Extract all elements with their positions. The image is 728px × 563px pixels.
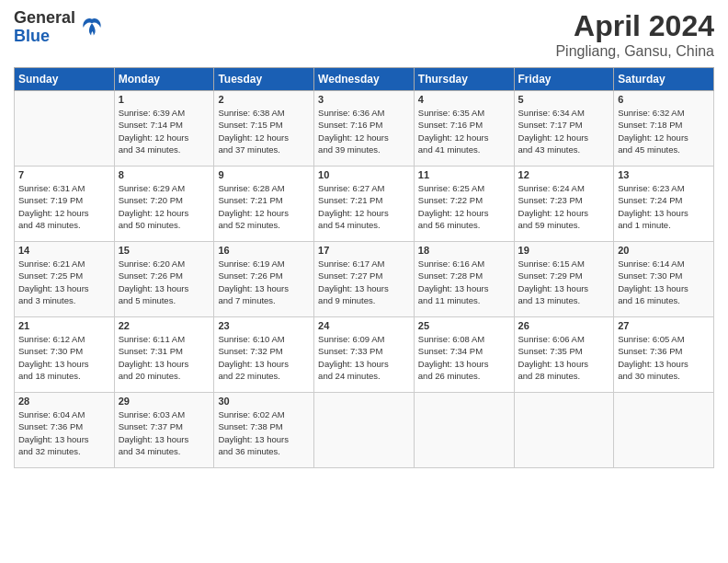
day-number: 17 [318, 245, 410, 256]
day-number: 20 [618, 245, 710, 256]
title-block: April 2024 Pingliang, Gansu, China [555, 9, 714, 60]
calendar-week-4: 21Sunrise: 6:12 AM Sunset: 7:30 PM Dayli… [15, 317, 714, 393]
calendar-week-5: 28Sunrise: 6:04 AM Sunset: 7:36 PM Dayli… [15, 393, 714, 468]
day-info: Sunrise: 6:34 AM Sunset: 7:17 PM Dayligh… [518, 107, 610, 155]
calendar-cell: 6Sunrise: 6:32 AM Sunset: 7:18 PM Daylig… [614, 91, 714, 167]
calendar-cell: 27Sunrise: 6:05 AM Sunset: 7:36 PM Dayli… [614, 317, 714, 393]
day-info: Sunrise: 6:11 AM Sunset: 7:31 PM Dayligh… [119, 333, 210, 382]
calendar-cell: 23Sunrise: 6:10 AM Sunset: 7:32 PM Dayli… [214, 317, 314, 393]
day-info: Sunrise: 6:29 AM Sunset: 7:20 PM Dayligh… [119, 182, 210, 231]
day-info: Sunrise: 6:31 AM Sunset: 7:19 PM Dayligh… [18, 182, 110, 231]
day-info: Sunrise: 6:14 AM Sunset: 7:30 PM Dayligh… [618, 258, 710, 306]
day-number: 25 [418, 320, 510, 331]
day-info: Sunrise: 6:32 AM Sunset: 7:18 PM Dayligh… [618, 107, 710, 155]
calendar-cell: 30Sunrise: 6:02 AM Sunset: 7:38 PM Dayli… [214, 393, 314, 468]
calendar-cell: 22Sunrise: 6:11 AM Sunset: 7:31 PM Dayli… [114, 317, 214, 393]
column-header-saturday: Saturday [614, 68, 714, 91]
day-number: 24 [318, 320, 410, 331]
column-header-thursday: Thursday [414, 68, 514, 91]
column-header-friday: Friday [514, 68, 614, 91]
calendar-cell: 25Sunrise: 6:08 AM Sunset: 7:34 PM Dayli… [414, 317, 514, 393]
day-number: 22 [119, 320, 210, 331]
calendar-cell: 9Sunrise: 6:28 AM Sunset: 7:21 PM Daylig… [214, 167, 314, 242]
day-info: Sunrise: 6:38 AM Sunset: 7:15 PM Dayligh… [218, 107, 310, 155]
calendar-cell: 5Sunrise: 6:34 AM Sunset: 7:17 PM Daylig… [514, 91, 614, 167]
day-number: 14 [18, 245, 110, 256]
logo-bird-icon [79, 15, 105, 40]
calendar-cell [514, 393, 614, 468]
logo-blue: Blue [14, 28, 75, 46]
day-number: 11 [418, 169, 510, 180]
day-info: Sunrise: 6:05 AM Sunset: 7:36 PM Dayligh… [618, 333, 710, 382]
logo-text: General Blue [14, 9, 75, 46]
calendar-cell: 4Sunrise: 6:35 AM Sunset: 7:16 PM Daylig… [414, 91, 514, 167]
calendar-cell: 11Sunrise: 6:25 AM Sunset: 7:22 PM Dayli… [414, 167, 514, 242]
column-header-tuesday: Tuesday [214, 68, 314, 91]
day-info: Sunrise: 6:16 AM Sunset: 7:28 PM Dayligh… [418, 258, 510, 306]
calendar-cell: 26Sunrise: 6:06 AM Sunset: 7:35 PM Dayli… [514, 317, 614, 393]
month-title: April 2024 [555, 9, 714, 43]
calendar-cell: 1Sunrise: 6:39 AM Sunset: 7:14 PM Daylig… [114, 91, 214, 167]
day-info: Sunrise: 6:03 AM Sunset: 7:37 PM Dayligh… [119, 408, 210, 457]
day-number: 27 [618, 320, 710, 331]
day-info: Sunrise: 6:15 AM Sunset: 7:29 PM Dayligh… [518, 258, 610, 306]
day-number: 6 [618, 94, 710, 105]
day-info: Sunrise: 6:08 AM Sunset: 7:34 PM Dayligh… [418, 333, 510, 382]
day-info: Sunrise: 6:25 AM Sunset: 7:22 PM Dayligh… [418, 182, 510, 231]
day-number: 15 [119, 245, 210, 256]
calendar-cell: 3Sunrise: 6:36 AM Sunset: 7:16 PM Daylig… [314, 91, 415, 167]
calendar-table: SundayMondayTuesdayWednesdayThursdayFrid… [14, 67, 714, 468]
day-number: 29 [119, 396, 210, 407]
day-number: 26 [518, 320, 610, 331]
calendar-cell: 10Sunrise: 6:27 AM Sunset: 7:21 PM Dayli… [314, 167, 415, 242]
day-info: Sunrise: 6:21 AM Sunset: 7:25 PM Dayligh… [18, 258, 110, 306]
calendar-cell: 21Sunrise: 6:12 AM Sunset: 7:30 PM Dayli… [15, 317, 115, 393]
calendar-week-3: 14Sunrise: 6:21 AM Sunset: 7:25 PM Dayli… [15, 242, 714, 317]
logo: General Blue [14, 9, 105, 46]
calendar-cell [614, 393, 714, 468]
day-number: 12 [518, 169, 610, 180]
day-number: 10 [318, 169, 410, 180]
day-info: Sunrise: 6:09 AM Sunset: 7:33 PM Dayligh… [318, 333, 410, 382]
calendar-cell: 18Sunrise: 6:16 AM Sunset: 7:28 PM Dayli… [414, 242, 514, 317]
day-info: Sunrise: 6:20 AM Sunset: 7:26 PM Dayligh… [119, 258, 210, 306]
day-number: 9 [218, 169, 310, 180]
day-number: 23 [218, 320, 310, 331]
calendar-week-1: 1Sunrise: 6:39 AM Sunset: 7:14 PM Daylig… [15, 91, 714, 167]
calendar-cell: 14Sunrise: 6:21 AM Sunset: 7:25 PM Dayli… [15, 242, 115, 317]
day-number: 21 [18, 320, 110, 331]
calendar-cell: 20Sunrise: 6:14 AM Sunset: 7:30 PM Dayli… [614, 242, 714, 317]
location: Pingliang, Gansu, China [555, 43, 714, 60]
day-info: Sunrise: 6:06 AM Sunset: 7:35 PM Dayligh… [518, 333, 610, 382]
day-info: Sunrise: 6:27 AM Sunset: 7:21 PM Dayligh… [318, 182, 410, 231]
day-info: Sunrise: 6:28 AM Sunset: 7:21 PM Dayligh… [218, 182, 310, 231]
day-number: 16 [218, 245, 310, 256]
calendar-cell [414, 393, 514, 468]
calendar-cell [15, 91, 115, 167]
day-number: 8 [119, 169, 210, 180]
day-info: Sunrise: 6:23 AM Sunset: 7:24 PM Dayligh… [618, 182, 710, 231]
day-info: Sunrise: 6:10 AM Sunset: 7:32 PM Dayligh… [218, 333, 310, 382]
day-number: 13 [618, 169, 710, 180]
day-number: 7 [18, 169, 110, 180]
calendar-cell: 15Sunrise: 6:20 AM Sunset: 7:26 PM Dayli… [114, 242, 214, 317]
logo-general: General [14, 9, 75, 28]
calendar-cell: 16Sunrise: 6:19 AM Sunset: 7:26 PM Dayli… [214, 242, 314, 317]
calendar-cell: 29Sunrise: 6:03 AM Sunset: 7:37 PM Dayli… [114, 393, 214, 468]
day-info: Sunrise: 6:19 AM Sunset: 7:26 PM Dayligh… [218, 258, 310, 306]
calendar-cell: 12Sunrise: 6:24 AM Sunset: 7:23 PM Dayli… [514, 167, 614, 242]
day-number: 3 [318, 94, 410, 105]
column-header-wednesday: Wednesday [314, 68, 415, 91]
day-info: Sunrise: 6:17 AM Sunset: 7:27 PM Dayligh… [318, 258, 410, 306]
calendar-header-row: SundayMondayTuesdayWednesdayThursdayFrid… [15, 68, 714, 91]
day-number: 4 [418, 94, 510, 105]
day-info: Sunrise: 6:35 AM Sunset: 7:16 PM Dayligh… [418, 107, 510, 155]
calendar-cell: 7Sunrise: 6:31 AM Sunset: 7:19 PM Daylig… [15, 167, 115, 242]
day-info: Sunrise: 6:39 AM Sunset: 7:14 PM Dayligh… [119, 107, 210, 155]
calendar-cell: 13Sunrise: 6:23 AM Sunset: 7:24 PM Dayli… [614, 167, 714, 242]
day-number: 2 [218, 94, 310, 105]
calendar-cell [314, 393, 415, 468]
calendar-cell: 24Sunrise: 6:09 AM Sunset: 7:33 PM Dayli… [314, 317, 415, 393]
calendar-cell: 2Sunrise: 6:38 AM Sunset: 7:15 PM Daylig… [214, 91, 314, 167]
column-header-monday: Monday [114, 68, 214, 91]
